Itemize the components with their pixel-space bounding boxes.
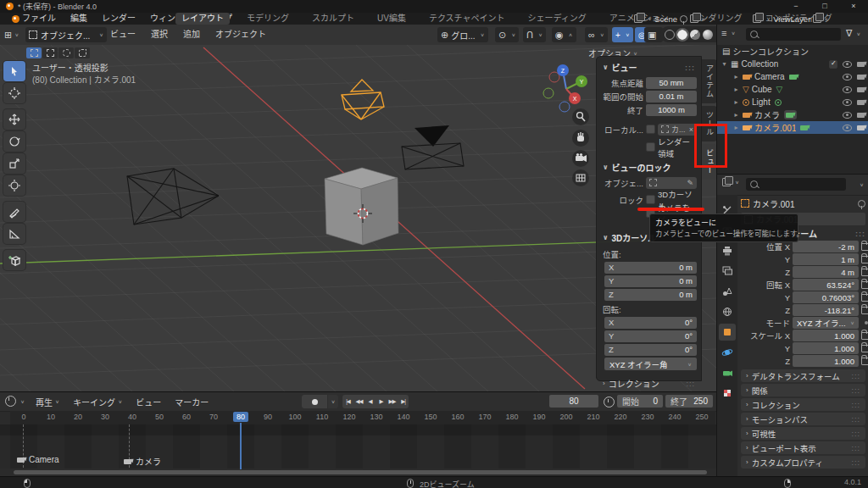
menu-item[interactable]: ファイル (22, 13, 56, 25)
timeline-tracks[interactable] (0, 424, 716, 469)
render-region-checkbox[interactable] (646, 142, 655, 152)
playback-button[interactable]: ▶| (398, 395, 409, 408)
camera-001-object[interactable] (342, 80, 384, 119)
disable-render-icon[interactable] (857, 100, 865, 105)
scale-tool[interactable] (3, 153, 25, 174)
properties-search-input[interactable] (746, 178, 846, 191)
material-shading-button[interactable] (690, 30, 700, 40)
animate-dot[interactable] (865, 321, 868, 324)
collapsed-panel-header[interactable]: ›カスタムプロパティ::: (741, 456, 865, 469)
cursor-rotation-field[interactable]: Y0° (604, 330, 697, 342)
cursor-location-field[interactable]: X0 m (604, 262, 697, 274)
lock-icon[interactable] (861, 256, 868, 263)
workspace-tab[interactable]: UV編集 (371, 13, 412, 25)
drag-handle-icon[interactable]: ::: (685, 64, 695, 72)
cursor-location-field[interactable]: Z0 m (604, 289, 697, 301)
perspective-toggle-button[interactable] (572, 169, 589, 186)
camera-object[interactable] (402, 125, 464, 169)
outliner-filter-button[interactable]: ∇∨ (846, 28, 860, 39)
marker-camera[interactable]: Camera (17, 455, 59, 464)
lock-icon[interactable] (861, 243, 868, 251)
disclosure-icon[interactable]: ▸ (732, 124, 740, 131)
show-gizmo-toggle[interactable]: +∨ (612, 27, 633, 42)
location-field[interactable]: 1 m (793, 253, 859, 265)
collapsed-panel-header[interactable]: ›モーションパス::: (741, 413, 865, 425)
cursor-tool[interactable] (3, 83, 25, 103)
viewport-menu-item[interactable]: ビュー (110, 25, 136, 45)
outliner-row-cube[interactable]: ▸ ▽ Cube ▽ (717, 83, 868, 96)
tab-object[interactable] (719, 324, 736, 341)
snap-dropdown[interactable]: U∨ (523, 27, 546, 42)
timeline-menu-item[interactable]: キーイング∨ (73, 392, 122, 411)
hide-viewport-icon[interactable] (843, 86, 852, 93)
timeline-menu-item[interactable]: マーカー (175, 392, 209, 411)
location-field[interactable]: -2 m (793, 241, 859, 252)
disclosure-icon[interactable]: ▸ (732, 86, 740, 93)
navigation-gizmo[interactable]: Z Y X (543, 64, 587, 112)
lock-object-field[interactable]: ✎ (646, 177, 697, 189)
disclosure-icon[interactable]: ▾ (721, 60, 728, 68)
tab-object-data[interactable] (719, 364, 736, 381)
clear-icon[interactable]: × (689, 125, 693, 134)
number-field[interactable]: 50 mm (646, 77, 697, 89)
tab-view-layer[interactable] (719, 263, 736, 280)
eyedropper-icon[interactable]: ✎ (687, 179, 693, 187)
select-box-tool[interactable] (3, 61, 25, 81)
workspace-tab[interactable]: シェーディング (522, 13, 593, 25)
timeline-ruler[interactable]: 0102030405060708090100110120130140150160… (10, 411, 715, 424)
playback-button[interactable]: |◀ (342, 395, 353, 408)
view-panel-header[interactable]: ∨ビュー ::: (597, 59, 701, 75)
scale-field[interactable]: 1.000 (793, 330, 859, 341)
rotation-field[interactable]: 63.524° (793, 279, 859, 291)
scale-field[interactable]: 1.000 (793, 355, 859, 367)
disclosure-icon[interactable]: ▸ (732, 73, 740, 80)
pan-button[interactable] (572, 130, 589, 147)
lock-3d-cursor-checkbox[interactable] (646, 195, 655, 204)
disable-render-icon[interactable] (857, 87, 865, 92)
outliner-row-kamera-001[interactable]: ▸ カメラ.001 (717, 121, 868, 134)
lock-icon[interactable] (861, 307, 868, 314)
axis-neg-y-ball[interactable] (543, 88, 554, 98)
viewport-menu-item[interactable]: オブジェクト (215, 25, 266, 45)
disable-render-icon[interactable] (857, 125, 865, 130)
outliner-row-kamera[interactable]: ▸ カメラ (717, 108, 868, 121)
viewlayer-selector[interactable]: ∨ ViewLayer × (753, 14, 828, 24)
rendered-shading-button[interactable] (703, 30, 713, 40)
tab-scene[interactable] (719, 283, 736, 300)
workspace-tab[interactable]: モデリング (241, 13, 295, 25)
transform-orientation-dropdown[interactable]: ⊕ グロ...∨ (437, 27, 488, 42)
hide-viewport-icon[interactable] (843, 99, 852, 106)
keying-dropdown[interactable]: ∨ (328, 395, 338, 408)
cursor-rotation-field[interactable]: Z0° (604, 344, 697, 356)
tab-physics[interactable] (719, 344, 736, 361)
move-tool[interactable] (3, 109, 25, 130)
outliner-search-input[interactable] (746, 28, 841, 41)
collapsed-panel-header[interactable]: ›デルタトランスフォーム::: (741, 369, 865, 382)
collapsed-panel-header[interactable]: ›関係::: (741, 384, 865, 396)
pivot-point-dropdown[interactable]: ⊙∨ (495, 27, 519, 42)
view-lock-panel-header[interactable]: ∨ビューのロック (597, 159, 701, 175)
outliner-row-camera[interactable]: ▸ Camera (717, 70, 868, 83)
collapsed-panel-header[interactable]: ›可視性::: (741, 427, 865, 440)
viewport-menu-item[interactable]: 追加 (183, 25, 200, 45)
current-frame-field[interactable]: 80 (549, 395, 598, 408)
lock-icon[interactable] (861, 294, 868, 302)
n-panel-tab[interactable]: アイテム (702, 59, 717, 103)
menu-item[interactable]: 編集 (70, 13, 87, 25)
axis-neg-z-ball[interactable] (559, 102, 570, 112)
outliner-row-scene-collection[interactable]: ▤ シーンコレクション (717, 45, 868, 58)
collapsed-panel-header[interactable]: ›ビューポート表示::: (741, 441, 865, 454)
menu-item[interactable]: レンダー (102, 13, 136, 25)
outliner-display-mode[interactable]: ≡∨ (721, 28, 736, 38)
wireframe-shading-button[interactable] (665, 30, 675, 40)
lock-icon[interactable] (861, 332, 868, 340)
disable-render-icon[interactable] (857, 113, 865, 118)
rotation-mode-dropdown[interactable]: XYZ オイラー角∨ (604, 358, 697, 370)
local-camera-checkbox[interactable] (646, 125, 655, 134)
remove-icon[interactable]: × (824, 15, 828, 23)
tab-output[interactable] (719, 242, 736, 259)
workspace-tab[interactable]: スカルプト (306, 13, 360, 25)
hide-viewport-icon[interactable] (843, 112, 852, 119)
select-mode-lasso[interactable] (75, 47, 90, 58)
editor-type-button[interactable]: ⊞∨ (4, 27, 19, 42)
